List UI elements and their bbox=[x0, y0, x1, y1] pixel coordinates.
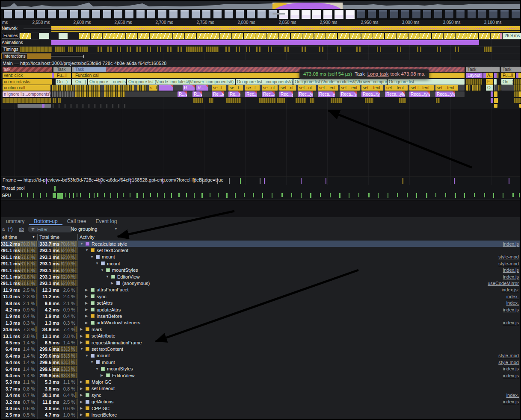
flame-block[interactable] bbox=[494, 91, 497, 97]
frame-block[interactable] bbox=[326, 33, 337, 39]
filmstrip-thumbnail[interactable] bbox=[3, 10, 12, 19]
filmstrip-thumbnail[interactable] bbox=[346, 10, 355, 19]
flame-block[interactable]: se...nt bbox=[262, 85, 278, 91]
interactions-track[interactable]: Interactions bbox=[1, 53, 520, 60]
flame-block[interactable]: Fu...ll bbox=[56, 73, 71, 78]
flame-block[interactable]: set ...tent bbox=[361, 85, 383, 91]
source-link[interactable]: index.js bbox=[503, 267, 519, 273]
filmstrip-thumbnail[interactable] bbox=[478, 10, 487, 19]
frame-duration-badge[interactable]: 26.9 ms bbox=[503, 33, 521, 39]
flame-block[interactable]: R...e bbox=[178, 91, 187, 97]
frame-block[interactable] bbox=[79, 33, 90, 39]
expand-icon[interactable]: ▶ bbox=[111, 281, 113, 285]
collapse-icon[interactable]: ▼ bbox=[90, 255, 94, 259]
frame-block[interactable] bbox=[456, 33, 467, 39]
filmstrip-thumbnail[interactable] bbox=[36, 10, 45, 19]
flame-block[interactable] bbox=[436, 98, 440, 103]
flame-block[interactable] bbox=[514, 85, 521, 91]
flame-block[interactable]: Reca...yle bbox=[385, 91, 405, 97]
frames-track[interactable]: Frames 26.9 ms bbox=[1, 32, 520, 40]
whole-word-icon[interactable]: ab bbox=[19, 226, 24, 232]
animations-track[interactable]: Animations bbox=[1, 39, 520, 47]
frame-block[interactable] bbox=[197, 33, 208, 39]
filmstrip-thumbnail[interactable] bbox=[401, 10, 410, 19]
filmstrip-thumbnail[interactable] bbox=[114, 10, 123, 19]
long-task-link[interactable]: Long task bbox=[367, 71, 389, 76]
flame-block[interactable]: R... bbox=[196, 85, 208, 91]
flame-block[interactable]: se...t bbox=[228, 85, 243, 91]
flame-block[interactable]: O... bbox=[486, 85, 493, 91]
filmstrip-thumbnail[interactable] bbox=[213, 10, 222, 19]
source-link[interactable]: index. bbox=[506, 300, 519, 305]
column-activity[interactable]: Activity bbox=[80, 235, 95, 240]
network-track[interactable]: Network bbox=[1, 25, 520, 33]
filmstrip-thumbnail[interactable] bbox=[81, 10, 90, 19]
flame-block[interactable] bbox=[104, 85, 134, 91]
main-thread-header[interactable]: Main — http://localhost:3000/projects/bd… bbox=[1, 60, 520, 66]
table-row[interactable]: 291.1 ms61.6 %293.1 ms62.0 %▼mountstyle-… bbox=[1, 254, 520, 260]
flame-block[interactable]: Re...le bbox=[212, 91, 224, 97]
expand-icon[interactable]: ▶ bbox=[85, 321, 88, 325]
flame-block[interactable]: On ignore list...components\/) bbox=[236, 79, 293, 85]
frame-block[interactable] bbox=[420, 33, 431, 39]
expand-icon[interactable]: ▶ bbox=[85, 308, 88, 311]
table-row[interactable]: 4.2 ms0.9 %4.2 ms0.9 %▶updateAttrsindex.… bbox=[1, 306, 520, 313]
flame-block[interactable]: On...) bbox=[501, 79, 513, 85]
flame-block[interactable]: On ignore ...onents\/) bbox=[88, 79, 126, 85]
source-link[interactable]: style-mod bbox=[498, 360, 519, 365]
collapse-icon[interactable]: ▼ bbox=[95, 261, 99, 265]
expand-icon[interactable]: ▶ bbox=[80, 413, 83, 417]
flame-block[interactable]: F...l bbox=[486, 79, 493, 85]
expand-icon[interactable]: ▶ bbox=[80, 400, 83, 404]
filmstrip-thumbnail[interactable] bbox=[302, 10, 311, 19]
frame-block[interactable] bbox=[244, 33, 255, 39]
gpu-track[interactable]: GPU bbox=[1, 192, 520, 200]
flame-block[interactable] bbox=[18, 104, 51, 108]
flame-block[interactable]: Fu...ll bbox=[501, 73, 515, 78]
filter-input[interactable]: Filter bbox=[28, 226, 73, 232]
source-link[interactable]: index.js bbox=[503, 307, 519, 312]
flame-block[interactable] bbox=[259, 98, 275, 103]
table-row[interactable]: 3.7 ms0.8 %3.8 ms0.8 %▶setTimeout bbox=[1, 385, 520, 392]
filmstrip-thumbnail[interactable] bbox=[434, 10, 443, 19]
frame-block[interactable] bbox=[161, 33, 172, 39]
filmstrip-thumbnail[interactable] bbox=[125, 10, 134, 19]
tab-ummary[interactable]: ummary bbox=[1, 217, 29, 225]
flame-block[interactable]: set...nt bbox=[279, 85, 296, 91]
flame-block[interactable]: se...t bbox=[212, 85, 226, 91]
frame-block[interactable] bbox=[444, 33, 455, 39]
frame-block[interactable] bbox=[314, 33, 326, 39]
expand-icon[interactable]: ▶ bbox=[85, 314, 88, 318]
frame-block[interactable] bbox=[467, 33, 478, 39]
filmstrip-thumbnail[interactable] bbox=[357, 10, 366, 19]
filmstrip-thumbnail[interactable] bbox=[246, 10, 255, 19]
expand-icon[interactable]: ▶ bbox=[85, 288, 88, 292]
flame-block[interactable]: Re...le bbox=[228, 91, 240, 97]
source-link[interactable]: style-mod bbox=[498, 261, 519, 266]
filmstrip-thumbnail[interactable] bbox=[423, 10, 432, 19]
frame-block[interactable] bbox=[173, 33, 184, 39]
frame-block[interactable] bbox=[267, 33, 278, 39]
flame-block[interactable] bbox=[399, 98, 406, 103]
table-row[interactable]: 2.5 ms0.5 %4.7 ms1.0 %▶insertBefore bbox=[1, 411, 520, 418]
filmstrip-thumbnail[interactable] bbox=[103, 10, 112, 19]
frame-block[interactable] bbox=[150, 33, 161, 39]
flame-block[interactable]: R...e bbox=[192, 91, 202, 97]
flame-block[interactable] bbox=[226, 98, 241, 103]
flame-block[interactable]: Reca...tyle bbox=[409, 91, 430, 97]
table-row[interactable]: 331.2 ms70.0 %333.7 ms70.6 %▼Recalculate… bbox=[1, 241, 520, 247]
frame-block[interactable] bbox=[91, 33, 102, 39]
table-row[interactable]: 6.5 ms1.4 %6.5 ms1.4 %▶requestAnimationF… bbox=[1, 339, 520, 346]
source-link[interactable]: index.js bbox=[503, 399, 519, 404]
flame-block[interactable] bbox=[494, 85, 497, 91]
flame-block[interactable] bbox=[277, 98, 285, 103]
grouping-select[interactable]: No grouping bbox=[71, 226, 98, 232]
collapse-icon[interactable]: ▼ bbox=[90, 360, 94, 364]
source-link[interactable]: index.js bbox=[503, 274, 519, 279]
flame-block[interactable] bbox=[497, 73, 499, 78]
table-row[interactable]: 3.2 ms0.7 %11.8 ms2.5 %▶getActionsindex.… bbox=[1, 399, 520, 405]
filmstrip-thumbnail[interactable] bbox=[92, 10, 101, 19]
tab-bottom-up[interactable]: Bottom-up bbox=[29, 217, 62, 225]
flame-block[interactable]: se...t bbox=[245, 85, 260, 91]
flame-block[interactable] bbox=[491, 98, 493, 103]
